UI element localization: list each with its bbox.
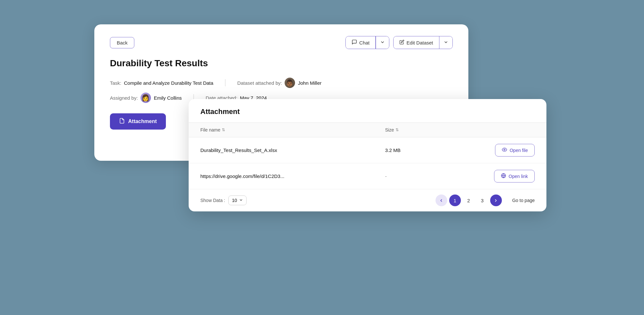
col-action xyxy=(450,127,535,132)
pagination-row: Show Data : 10 1 2 xyxy=(189,189,546,211)
assigned-by-name: Emily Collins xyxy=(154,95,182,101)
chat-button-group: Chat xyxy=(345,36,389,49)
globe-icon xyxy=(501,173,506,179)
emily-avatar: 👩 xyxy=(141,93,151,103)
task-value: Compile and Analyze Durability Test Data xyxy=(124,80,213,86)
file-size-1: 3.2 MB xyxy=(385,147,450,153)
dataset-attached-label: Dataset attached by: xyxy=(237,80,282,86)
edit-dataset-label: Edit Dataset xyxy=(407,40,433,45)
chat-chevron-button[interactable] xyxy=(376,36,389,49)
pagination-controls: 1 2 3 xyxy=(436,195,502,206)
chevron-down-icon xyxy=(380,40,385,45)
go-to-page-label: Go to page xyxy=(512,198,535,203)
table-row: Durability_Test_Results_Set_A.xlsx 3.2 M… xyxy=(189,137,546,163)
chat-label: Chat xyxy=(359,40,370,45)
open-link-label: Open link xyxy=(509,174,528,179)
sort-icon-filename: ⇅ xyxy=(222,128,225,132)
chat-icon xyxy=(352,39,357,46)
open-link-cell: Open link xyxy=(450,170,535,183)
col-filename: File name ⇅ xyxy=(200,127,385,132)
file-size-2: - xyxy=(385,173,450,179)
chevron-down-icon-edit xyxy=(444,40,448,45)
show-data-value: 10 xyxy=(232,198,237,203)
task-row: Task: Compile and Analyze Durability Tes… xyxy=(110,78,453,88)
dataset-attached-by-name: John Miller xyxy=(298,80,322,86)
task-label: Task: xyxy=(110,80,121,86)
back-button[interactable]: Back xyxy=(110,37,134,48)
page-1-button[interactable]: 1 xyxy=(449,195,461,206)
john-avatar: 👨🏾 xyxy=(285,78,295,88)
attachment-card: Attachment File name ⇅ Size ⇅ Durability… xyxy=(189,99,546,211)
chat-button[interactable]: Chat xyxy=(346,36,376,49)
page-3-button[interactable]: 3 xyxy=(476,195,488,206)
chevron-down-icon-show xyxy=(239,198,243,203)
open-link-button[interactable]: Open link xyxy=(494,170,535,183)
show-data-select[interactable]: 10 xyxy=(228,195,247,205)
svg-point-0 xyxy=(504,149,505,150)
table-row: https://drive.google.com/file/d/1C2D3...… xyxy=(189,163,546,189)
open-file-cell: Open file xyxy=(450,144,535,157)
edit-dataset-button-group: Edit Dataset xyxy=(393,36,453,49)
card-header: Back Chat xyxy=(110,36,453,49)
show-data-label: Show Data : xyxy=(200,198,225,203)
open-file-label: Open file xyxy=(510,148,528,153)
show-data-group: Show Data : 10 xyxy=(200,195,436,205)
header-actions: Chat xyxy=(345,36,453,49)
edit-dataset-chevron-button[interactable] xyxy=(439,36,452,49)
page-2-button[interactable]: 2 xyxy=(463,195,475,206)
attachment-btn-label: Attachment xyxy=(128,119,157,124)
file-name-2: https://drive.google.com/file/d/1C2D3... xyxy=(200,173,385,179)
next-page-button[interactable] xyxy=(490,195,502,206)
file-name-1: Durability_Test_Results_Set_A.xlsx xyxy=(200,147,385,153)
meta-divider-1 xyxy=(225,79,226,86)
col-size: Size ⇅ xyxy=(385,127,450,132)
attachment-button[interactable]: Attachment xyxy=(110,113,166,130)
edit-dataset-button[interactable]: Edit Dataset xyxy=(394,36,439,49)
open-file-button[interactable]: Open file xyxy=(495,144,535,157)
eye-icon xyxy=(502,147,507,153)
assigned-by-label: Assigned by: xyxy=(110,95,138,101)
john-avatar-face: 👨🏾 xyxy=(286,79,294,87)
attachment-icon xyxy=(119,118,125,125)
emily-avatar-face: 👩 xyxy=(141,94,150,102)
prev-page-button[interactable] xyxy=(436,195,447,206)
page-title: Durability Test Results xyxy=(110,58,453,69)
attachment-title: Attachment xyxy=(200,107,240,116)
table-header: File name ⇅ Size ⇅ xyxy=(189,123,546,137)
sort-icon-size: ⇅ xyxy=(396,128,399,132)
attachment-header: Attachment xyxy=(189,99,546,123)
edit-icon xyxy=(399,40,404,45)
